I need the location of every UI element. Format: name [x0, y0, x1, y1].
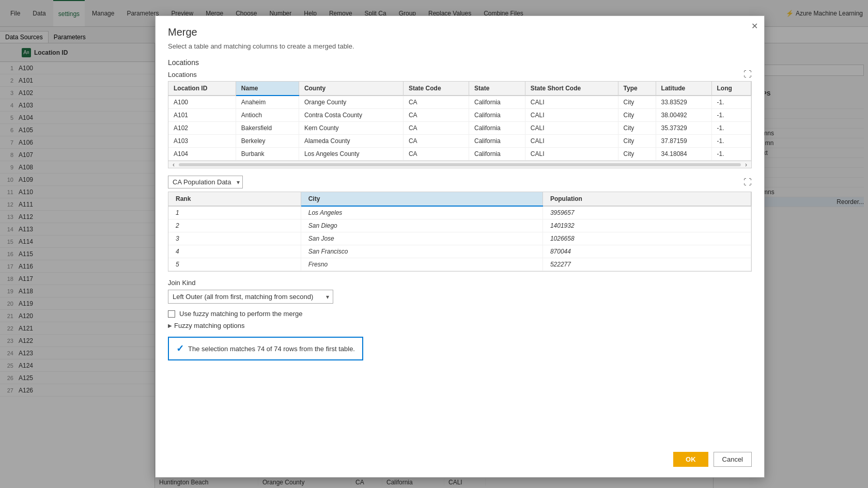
cell-state: California — [469, 148, 525, 161]
fuzzy-label: Use fuzzy matching to perform the merge — [179, 310, 302, 318]
scroll-left-arrow[interactable]: ‹ — [171, 161, 177, 168]
cell-county: Los Angeles County — [299, 148, 403, 161]
table1: Location ID Name County State Code State… — [168, 82, 751, 161]
cell-type: City — [618, 122, 656, 135]
cell-pop: 3959657 — [542, 206, 751, 219]
cell-city: Fresno — [301, 258, 542, 271]
cell-short-code: CALI — [525, 122, 618, 135]
col-longitude[interactable]: Long — [711, 82, 751, 96]
cell-long: -1. — [711, 148, 751, 161]
col-location-id[interactable]: Location ID — [168, 82, 236, 96]
table2-expand-icon[interactable]: ⛶ — [743, 178, 752, 187]
table1-scrollbar[interactable]: ‹ › — [168, 161, 751, 168]
fuzzy-checkbox[interactable] — [168, 310, 175, 318]
join-kind-select-wrapper: Left Outer (all from first, matching fro… — [168, 290, 333, 304]
match-status-text: The selection matches 74 of 74 rows from… — [188, 345, 355, 353]
cell-rank: 5 — [168, 258, 301, 271]
table-row: 4 San Francisco 870044 — [168, 245, 751, 258]
table-row: 2 San Diego 1401932 — [168, 219, 751, 232]
table-row: 1 Los Angeles 3959657 — [168, 206, 751, 219]
table1-name-display: Locations — [168, 71, 197, 78]
cell-county: Contra Costa County — [299, 109, 403, 122]
modal-subtitle: Select a table and matching columns to c… — [168, 42, 752, 50]
modal-footer: OK Cancel — [168, 447, 752, 467]
cell-state-code: CA — [403, 135, 469, 148]
fuzzy-options-label: Fuzzy matching options — [174, 322, 245, 329]
cell-name: Anaheim — [236, 96, 299, 109]
cell-long: -1. — [711, 96, 751, 109]
table1-container: Location ID Name County State Code State… — [168, 81, 752, 168]
table-select-wrapper: CA Population Data — [168, 176, 243, 188]
cell-long: -1. — [711, 122, 751, 135]
col-latitude[interactable]: Latitude — [656, 82, 711, 96]
cell-rank: 1 — [168, 206, 301, 219]
scroll-right-arrow[interactable]: › — [743, 161, 749, 168]
cell-pop: 870044 — [542, 245, 751, 258]
cell-lat: 37.87159 — [656, 135, 711, 148]
col-name[interactable]: Name — [236, 82, 299, 96]
join-kind-label: Join Kind — [168, 279, 752, 287]
table1-header-row: Locations ⛶ — [168, 70, 752, 79]
table-row: A101 Antioch Contra Costa County CA Cali… — [168, 109, 751, 122]
col-population[interactable]: Population — [542, 192, 751, 206]
cell-state: California — [469, 96, 525, 109]
cell-type: City — [618, 109, 656, 122]
cell-type: City — [618, 135, 656, 148]
cell-name: Antioch — [236, 109, 299, 122]
cell-rank: 2 — [168, 219, 301, 232]
cell-short-code: CALI — [525, 96, 618, 109]
table-row: A104 Burbank Los Angeles County CA Calif… — [168, 148, 751, 161]
cell-city: San Francisco — [301, 245, 542, 258]
cancel-button[interactable]: Cancel — [714, 452, 752, 467]
second-table-header: CA Population Data ⛶ — [168, 176, 752, 188]
cell-state-code: CA — [403, 96, 469, 109]
cell-short-code: CALI — [525, 135, 618, 148]
col-rank[interactable]: Rank — [168, 192, 301, 206]
cell-city: San Jose — [301, 232, 542, 245]
cell-state: California — [469, 122, 525, 135]
cell-rank: 3 — [168, 232, 301, 245]
table1-expand-icon[interactable]: ⛶ — [743, 70, 752, 79]
modal-title: Merge — [168, 26, 752, 38]
join-kind-select[interactable]: Left Outer (all from first, matching fro… — [168, 290, 333, 304]
cell-short-code: CALI — [525, 148, 618, 161]
cell-city: San Diego — [301, 219, 542, 232]
col-county[interactable]: County — [299, 82, 403, 96]
col-city[interactable]: City — [301, 192, 542, 206]
cell-state: California — [469, 135, 525, 148]
cell-id: A101 — [168, 109, 236, 122]
table-row: 5 Fresno 522277 — [168, 258, 751, 271]
cell-name: Berkeley — [236, 135, 299, 148]
table1-label: Locations — [168, 58, 752, 67]
cell-long: -1. — [711, 135, 751, 148]
col-state-code[interactable]: State Code — [403, 82, 469, 96]
cell-id: A100 — [168, 96, 236, 109]
fuzzy-row: Use fuzzy matching to perform the merge — [168, 310, 752, 318]
scroll-track[interactable] — [179, 163, 741, 166]
cell-long: -1. — [711, 109, 751, 122]
second-table-select[interactable]: CA Population Data — [168, 176, 243, 188]
cell-lat: 35.37329 — [656, 122, 711, 135]
cell-state-code: CA — [403, 109, 469, 122]
col-state-short-code[interactable]: State Short Code — [525, 82, 618, 96]
col-type[interactable]: Type — [618, 82, 656, 96]
fuzzy-options[interactable]: ▶ Fuzzy matching options — [168, 322, 752, 329]
cell-lat: 33.83529 — [656, 96, 711, 109]
cell-rank: 4 — [168, 245, 301, 258]
match-status-bar: ✓ The selection matches 74 of 74 rows fr… — [168, 337, 363, 360]
cell-id: A104 — [168, 148, 236, 161]
table-row: A102 Bakersfield Kern County CA Californ… — [168, 122, 751, 135]
cell-state: California — [469, 109, 525, 122]
cell-county: Alameda County — [299, 135, 403, 148]
col-state[interactable]: State — [469, 82, 525, 96]
cell-short-code: CALI — [525, 109, 618, 122]
cell-state-code: CA — [403, 148, 469, 161]
cell-pop: 1401932 — [542, 219, 751, 232]
second-table: Rank City Population 1 Los Angeles 39596… — [168, 192, 751, 271]
ok-button[interactable]: OK — [673, 452, 708, 467]
cell-type: City — [618, 96, 656, 109]
cell-county: Kern County — [299, 122, 403, 135]
cell-city: Los Angeles — [301, 206, 542, 219]
modal-close-button[interactable]: ✕ — [751, 22, 758, 30]
cell-pop: 1026658 — [542, 232, 751, 245]
